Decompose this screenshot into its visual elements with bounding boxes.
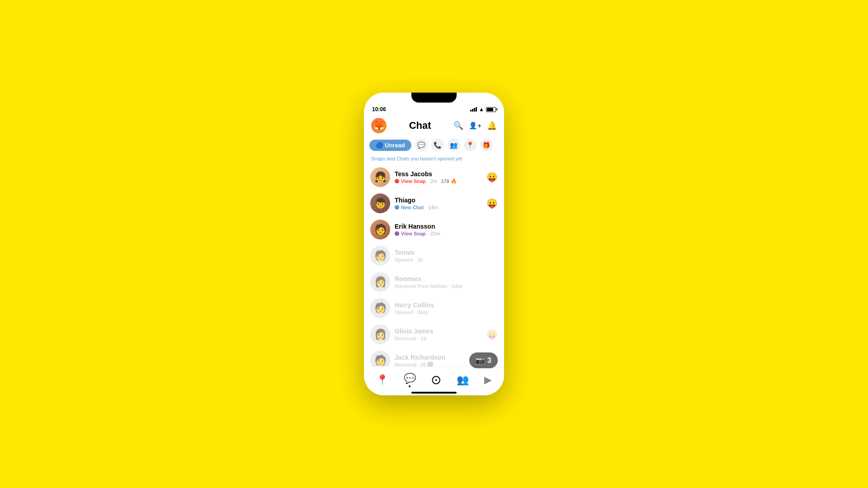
tab-gift[interactable]: 🎁	[480, 139, 493, 151]
status-time: 10:06	[372, 106, 386, 113]
chat-item-tennis[interactable]: 🧑 Tennis Opened · 3h	[364, 243, 504, 269]
nav-chat[interactable]: 💬	[399, 371, 420, 389]
tab-phone[interactable]: 📞	[431, 139, 444, 151]
snap-label-erik: View Snap	[401, 231, 426, 236]
unread-tab-icon: 🔵	[376, 142, 383, 149]
chat-sub-thiago: New Chat · 14m	[395, 205, 486, 210]
bottom-nav: 📍 💬 ⊙ 👥 ▶	[364, 366, 504, 395]
fire-count-tess: 178 🔥	[441, 178, 457, 184]
discover-icon: ▶	[484, 374, 492, 386]
status-harry: Opened · 2day	[395, 310, 429, 315]
chat-info-thiago: Thiago New Chat · 14m	[395, 197, 486, 210]
reaction-thiago: 😛	[486, 198, 498, 209]
status-olivia: Received · 1d	[395, 336, 426, 341]
phone-frame: 10:06 ▲ 🦊 Chat 🔍 👤+ 🔔	[364, 93, 504, 395]
chat-name-olivia: Olivia James	[395, 328, 486, 335]
chat-item-tess-jacobs[interactable]: 👧 Tess Jacobs View Snap · 2m 178 🔥 😛	[364, 164, 504, 190]
unread-tab-label: Unread	[385, 142, 405, 149]
chat-sub-harry: Opened · 2day	[395, 310, 498, 315]
new-story-icon[interactable]: 🔔	[487, 121, 497, 131]
chat-name-harry: Harry Collins	[395, 301, 498, 309]
reaction-tess: 😛	[486, 172, 498, 183]
chat-item-olivia[interactable]: 👩 Olivia James Received · 1d 😛	[364, 321, 504, 347]
user-avatar[interactable]: 🦊	[371, 118, 387, 133]
battery-icon	[486, 107, 496, 112]
reaction-olivia: 😛	[486, 329, 498, 340]
nav-friends[interactable]: 👥	[452, 372, 473, 388]
add-friend-icon[interactable]: 👤+	[469, 122, 481, 130]
chat-label-thiago: New Chat	[401, 205, 424, 210]
avatar-roomies: 👩	[370, 272, 390, 292]
chat-item-harry-collins[interactable]: 🧑 Harry Collins Opened · 2day	[364, 295, 504, 321]
tab-unread[interactable]: 🔵 Unread	[369, 140, 411, 151]
wifi-icon: ▲	[479, 106, 484, 113]
tab-group[interactable]: 👥	[448, 139, 460, 151]
signal-icon	[470, 107, 477, 112]
header-left: 🦊	[371, 118, 387, 133]
friends-icon: 👥	[457, 374, 469, 386]
chat-info-roomies: Roomies Received from Nathan · 1day	[395, 275, 498, 289]
chat-name-roomies: Roomies	[395, 275, 498, 282]
avatar-erik: 🧑	[370, 220, 390, 239]
notch	[411, 93, 457, 103]
chat-sub-tess: View Snap · 2m 178 🔥	[395, 178, 486, 184]
avatar-harry-collins: 🧑	[370, 298, 390, 318]
camera-badge[interactable]: 📷 3	[469, 352, 498, 368]
active-dot	[409, 385, 410, 387]
section-label: Snaps and Chats you haven't opened yet	[364, 155, 504, 164]
chat-sub-tennis: Opened · 3h	[395, 257, 498, 263]
status-roomies: Received from Nathan · 1day	[395, 283, 462, 289]
chat-icon: 💬	[404, 373, 416, 385]
chat-name-thiago: Thiago	[395, 197, 486, 204]
map-icon: 📍	[376, 374, 388, 386]
avatar-tess-jacobs: 👧	[370, 167, 390, 187]
snap-label-tess: View Snap	[401, 178, 426, 184]
chat-sub-roomies: Received from Nathan · 1day	[395, 283, 498, 289]
chat-info-tennis: Tennis Opened · 3h	[395, 249, 498, 263]
chat-info-erik: Erik Hansson View Snap · 22m	[395, 223, 498, 236]
chat-name-erik: Erik Hansson	[395, 223, 498, 230]
camera-nav-icon: ⊙	[431, 372, 441, 387]
page-title: Chat	[387, 120, 453, 131]
chat-name-tess: Tess Jacobs	[395, 170, 486, 178]
header-actions: 🔍 👤+ 🔔	[453, 121, 497, 131]
search-icon[interactable]: 🔍	[453, 121, 463, 131]
chat-item-thiago[interactable]: 👦 Thiago New Chat · 14m 😛	[364, 190, 504, 216]
chat-item-roomies[interactable]: 👩 Roomies Received from Nathan · 1day	[364, 269, 504, 295]
chat-item-erik[interactable]: 🧑 Erik Hansson View Snap · 22m	[364, 216, 504, 243]
avatar-tennis: 🧑	[370, 246, 390, 266]
avatar-olivia: 👩	[370, 324, 390, 344]
app-header: 🦊 Chat 🔍 👤+ 🔔	[364, 115, 504, 137]
chat-name-tennis: Tennis	[395, 249, 498, 256]
chat-info-olivia: Olivia James Received · 1d	[395, 328, 486, 341]
time-thiago: · 14m	[425, 205, 438, 210]
time-tess: · 2m	[428, 178, 437, 184]
chat-sub-olivia: Received · 1d	[395, 336, 486, 341]
snap-dot-tess	[395, 179, 399, 183]
chat-info-tess: Tess Jacobs View Snap · 2m 178 🔥	[395, 170, 486, 184]
nav-map[interactable]: 📍	[372, 372, 393, 388]
filter-tabs: 🔵 Unread 💬 📞 👥 📍 🎁	[364, 137, 504, 155]
tab-location[interactable]: 📍	[464, 139, 476, 151]
status-jack: Received · 95 🅰	[395, 362, 433, 366]
avatar-thiago: 👦	[370, 193, 390, 213]
nav-discover[interactable]: ▶	[480, 372, 496, 388]
time-erik: · 22m	[428, 231, 440, 236]
snap-dot-erik	[395, 231, 399, 236]
status-bar: 10:06 ▲	[364, 93, 504, 115]
home-indicator	[411, 392, 457, 394]
chat-dot-thiago	[395, 205, 399, 210]
tab-chat-bubble[interactable]: 💬	[415, 139, 428, 151]
status-tennis: Opened · 3h	[395, 257, 423, 263]
chat-list: 👧 Tess Jacobs View Snap · 2m 178 🔥 😛 👦 T…	[364, 164, 504, 366]
chat-sub-erik: View Snap · 22m	[395, 231, 498, 236]
status-icons: ▲	[470, 106, 496, 113]
nav-camera[interactable]: ⊙	[426, 371, 446, 389]
camera-count: 3	[487, 357, 491, 365]
avatar-jack: 🧑	[370, 351, 390, 366]
chat-info-harry: Harry Collins Opened · 2day	[395, 301, 498, 315]
camera-icon: 📷	[476, 356, 485, 365]
